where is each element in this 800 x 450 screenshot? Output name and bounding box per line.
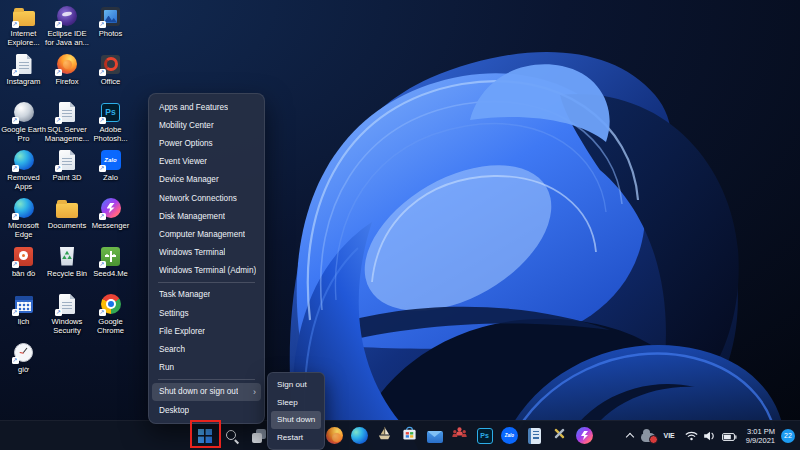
desktop-icon-ban-do[interactable]: bản đồ xyxy=(0,244,47,278)
desktop-icon-google-chrome[interactable]: Google Chrome xyxy=(87,292,134,335)
submenu-item-sign-out[interactable]: Sign out xyxy=(271,376,321,394)
tray-volume-icon[interactable] xyxy=(704,427,716,445)
desktop-icon-label: Zalo xyxy=(87,173,134,182)
desktop-icon-microsoft-edge[interactable]: Microsoft Edge xyxy=(0,196,47,239)
photos-icon xyxy=(99,4,123,28)
desktop-icon-firefox[interactable]: Firefox xyxy=(44,52,91,86)
desktop-icon-sql-server-management[interactable]: SQL Server Manageme... xyxy=(44,100,91,143)
mail-icon xyxy=(427,431,443,443)
taskbar-app-notes[interactable] xyxy=(522,423,547,448)
desktop-icon-paint-3d[interactable]: Paint 3D xyxy=(44,148,91,182)
desktop-icon-instagram[interactable]: Instagram xyxy=(0,52,47,86)
desktop-icon-label: giờ xyxy=(0,365,47,374)
submenu-item-restart[interactable]: Restart xyxy=(271,429,321,447)
desktop-icon-zalo[interactable]: ZaloZalo xyxy=(87,148,134,182)
desktop-icon-documents[interactable]: Documents xyxy=(44,196,91,230)
taskbar-app-ship[interactable] xyxy=(372,423,397,448)
desktop-icon-label: lịch xyxy=(0,317,47,326)
taskbar-app-firefox[interactable] xyxy=(322,423,347,448)
tray-battery-icon[interactable] xyxy=(722,427,737,445)
menu-item-desktop[interactable]: Desktop xyxy=(152,401,261,419)
menu-item-computer-management[interactable]: Computer Management xyxy=(152,225,261,243)
menu-item-run[interactable]: Run xyxy=(152,359,261,377)
desktop-icon-lich[interactable]: lịch xyxy=(0,292,47,326)
page-icon xyxy=(12,52,36,76)
shortcut-arrow-icon xyxy=(99,213,106,220)
taskbar-search-button[interactable] xyxy=(218,423,245,448)
desktop-icon-label: Eclipse IDE for Java an... xyxy=(44,29,91,47)
desktop-icon-removed-apps[interactable]: Removed Apps xyxy=(0,148,47,191)
system-tray: VIE3:01 PM9/9/202122 xyxy=(619,421,796,450)
clock-icon xyxy=(12,340,36,364)
firefox-icon xyxy=(326,427,343,444)
menu-item-power-options[interactable]: Power Options xyxy=(152,134,261,152)
submenu-item-label: Restart xyxy=(277,433,303,442)
menu-item-label: Disk Management xyxy=(159,212,225,221)
recycle-icon xyxy=(55,244,79,268)
desktop-icon-windows-security[interactable]: Windows Security xyxy=(44,292,91,335)
menu-item-shut-down-or-sign-out[interactable]: Shut down or sign out› xyxy=(152,383,261,401)
mappin-icon xyxy=(12,244,36,268)
tray-language[interactable]: VIE xyxy=(664,432,675,439)
menu-item-mobility-center[interactable]: Mobility Center xyxy=(152,116,261,134)
desktop-icon-label: Recycle Bin xyxy=(44,269,91,278)
taskbar-app-messenger[interactable] xyxy=(572,423,597,448)
search-icon xyxy=(224,428,240,444)
tray-date: 9/9/2021 xyxy=(746,436,775,445)
menu-item-label: Search xyxy=(159,345,185,354)
menu-item-disk-management[interactable]: Disk Management xyxy=(152,207,261,225)
taskbar-app-zalo[interactable]: Zalo xyxy=(497,423,522,448)
submenu-item-sleep[interactable]: Sleep xyxy=(271,394,321,412)
firefox-icon xyxy=(55,52,79,76)
menu-item-windows-terminal[interactable]: Windows Terminal xyxy=(152,244,261,262)
desktop-icon-label: Microsoft Edge xyxy=(0,221,47,239)
desktop-icon-seed4me[interactable]: Seed4.Me xyxy=(87,244,134,278)
menu-item-settings[interactable]: Settings xyxy=(152,304,261,322)
desktop-icon-office[interactable]: Office xyxy=(87,52,134,86)
menu-item-file-explorer[interactable]: File Explorer xyxy=(152,322,261,340)
menu-item-search[interactable]: Search xyxy=(152,340,261,358)
shortcut-arrow-icon xyxy=(99,165,106,172)
tray-clock[interactable]: 3:01 PM9/9/2021 xyxy=(746,427,775,445)
menu-item-windows-terminal-admin[interactable]: Windows Terminal (Admin) xyxy=(152,262,261,280)
submenu-item-shut-down[interactable]: Shut down xyxy=(271,411,321,429)
taskbar-app-store[interactable] xyxy=(397,423,422,448)
menu-item-event-viewer[interactable]: Event Viewer xyxy=(152,153,261,171)
desktop-icon-recycle-bin[interactable]: Recycle Bin xyxy=(44,244,91,278)
desktop-icon-internet-explorer[interactable]: Internet Explore... xyxy=(0,4,47,47)
desktop-icon-photos[interactable]: Photos xyxy=(87,4,134,38)
menu-item-network-connections[interactable]: Network Connections xyxy=(152,189,261,207)
tray-chevron-icon[interactable] xyxy=(625,431,635,441)
desktop-icon-gio[interactable]: giờ xyxy=(0,340,47,374)
taskbar-app-people[interactable] xyxy=(447,423,472,448)
desktop-icon-adobe-photoshop[interactable]: PsAdobe Photosh... xyxy=(87,100,134,143)
shortcut-arrow-icon xyxy=(99,69,106,76)
desktop-icon-messenger[interactable]: Messenger xyxy=(87,196,134,230)
menu-item-task-manager[interactable]: Task Manager xyxy=(152,286,261,304)
menu-item-label: Network Connections xyxy=(159,194,237,203)
menu-item-apps-and-features[interactable]: Apps and Features xyxy=(152,98,261,116)
taskbar-app-photoshop[interactable]: Ps xyxy=(472,423,497,448)
taskbar-app-edge[interactable] xyxy=(347,423,372,448)
shortcut-arrow-icon xyxy=(12,117,19,124)
taskbar-app-tools[interactable] xyxy=(547,423,572,448)
tray-onedrive-icon[interactable] xyxy=(641,433,655,442)
taskbar-app-mail[interactable] xyxy=(422,423,447,448)
tray-wifi-icon[interactable] xyxy=(685,427,698,445)
tray-notification-badge[interactable]: 22 xyxy=(781,429,795,443)
desktop: Internet Explore...InstagramGoogle Earth… xyxy=(0,0,800,450)
chrome-icon xyxy=(99,292,123,316)
eclipse-icon xyxy=(55,4,79,28)
desktop-icon-google-earth-pro[interactable]: Google Earth Pro xyxy=(0,100,47,143)
desktop-icon-eclipse-ide[interactable]: Eclipse IDE for Java an... xyxy=(44,4,91,47)
shortcut-arrow-icon xyxy=(12,165,19,172)
menu-item-label: Shut down or sign out xyxy=(159,387,238,396)
desktop-icon-label: Internet Explore... xyxy=(0,29,47,47)
submenu-item-label: Shut down xyxy=(277,415,315,424)
menu-item-device-manager[interactable]: Device Manager xyxy=(152,171,261,189)
store-icon xyxy=(402,426,417,445)
desktop-icon-label: Seed4.Me xyxy=(87,269,134,278)
ship-icon xyxy=(377,426,392,445)
page-icon xyxy=(55,148,79,172)
shortcut-arrow-icon xyxy=(55,165,62,172)
